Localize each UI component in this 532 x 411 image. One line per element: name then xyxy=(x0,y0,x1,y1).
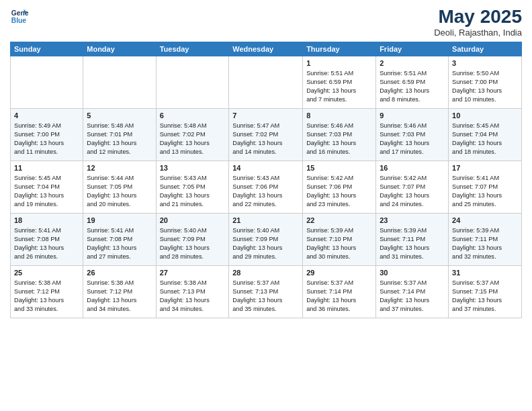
day-info: Daylight: 13 hours xyxy=(87,139,152,148)
day-info: and 33 minutes. xyxy=(14,305,79,314)
day-number: 25 xyxy=(14,268,79,278)
day-info: Sunrise: 5:43 AM xyxy=(160,174,226,183)
day-cell: 9Sunrise: 5:46 AMSunset: 7:03 PMDaylight… xyxy=(376,108,449,161)
day-info: and 12 minutes. xyxy=(87,148,152,156)
day-info: Daylight: 13 hours xyxy=(452,191,518,200)
day-info: Daylight: 13 hours xyxy=(87,296,152,305)
day-cell: 30Sunrise: 5:37 AMSunset: 7:14 PMDayligh… xyxy=(376,265,449,318)
day-info: Sunrise: 5:37 AM xyxy=(380,279,445,287)
day-info: Sunrise: 5:45 AM xyxy=(452,122,518,130)
day-cell: 23Sunrise: 5:39 AMSunset: 7:11 PMDayligh… xyxy=(376,213,449,265)
day-cell: 3Sunrise: 5:50 AMSunset: 7:00 PMDaylight… xyxy=(449,56,522,108)
day-info: Daylight: 13 hours xyxy=(14,244,79,253)
day-cell: 21Sunrise: 5:40 AMSunset: 7:09 PMDayligh… xyxy=(229,213,303,265)
day-info: Sunset: 7:12 PM xyxy=(87,287,152,296)
day-info: Sunset: 7:11 PM xyxy=(380,235,445,244)
day-info: Sunrise: 5:40 AM xyxy=(232,226,299,235)
day-number: 22 xyxy=(306,216,372,226)
day-info: Daylight: 13 hours xyxy=(306,296,372,305)
day-info: Sunset: 7:04 PM xyxy=(452,130,518,139)
day-info: and 23 minutes. xyxy=(306,200,372,209)
day-cell xyxy=(83,56,156,108)
col-sunday: Sunday xyxy=(11,42,83,56)
day-info: Sunrise: 5:37 AM xyxy=(306,279,372,287)
day-info: Sunrise: 5:49 AM xyxy=(14,122,79,130)
day-info: Daylight: 13 hours xyxy=(380,296,445,305)
day-info: Sunset: 7:06 PM xyxy=(306,183,372,191)
day-number: 7 xyxy=(232,111,299,121)
page: General Blue General Blue May 2025 Deoli… xyxy=(0,0,532,411)
day-info: Sunrise: 5:45 AM xyxy=(14,174,79,183)
day-info: Daylight: 13 hours xyxy=(232,191,299,200)
title-block: May 2025 Deoli, Rajasthan, India xyxy=(434,7,522,38)
day-info: Daylight: 13 hours xyxy=(14,191,79,200)
day-info: and 10 minutes. xyxy=(452,95,518,104)
location: Deoli, Rajasthan, India xyxy=(434,28,522,38)
day-info: Sunset: 7:10 PM xyxy=(306,235,372,244)
day-cell: 25Sunrise: 5:38 AMSunset: 7:12 PMDayligh… xyxy=(11,265,83,318)
day-info: Daylight: 13 hours xyxy=(380,191,445,200)
day-info: Sunset: 7:03 PM xyxy=(306,130,372,139)
day-info: Sunset: 7:07 PM xyxy=(452,183,518,191)
day-info: Daylight: 13 hours xyxy=(306,139,372,148)
day-info: Sunrise: 5:44 AM xyxy=(87,174,152,183)
day-info: and 22 minutes. xyxy=(232,200,299,209)
day-info: Daylight: 13 hours xyxy=(380,139,445,148)
day-info: Sunset: 7:07 PM xyxy=(380,183,445,191)
day-number: 15 xyxy=(306,163,372,173)
day-info: Sunset: 7:02 PM xyxy=(232,130,299,139)
day-info: and 14 minutes. xyxy=(232,148,299,156)
day-cell: 15Sunrise: 5:42 AMSunset: 7:06 PMDayligh… xyxy=(303,161,376,213)
day-cell: 24Sunrise: 5:39 AMSunset: 7:11 PMDayligh… xyxy=(449,213,522,265)
day-cell: 12Sunrise: 5:44 AMSunset: 7:05 PMDayligh… xyxy=(83,161,156,213)
day-info: Daylight: 13 hours xyxy=(452,87,518,95)
day-info: Sunset: 6:59 PM xyxy=(306,78,372,87)
month-year: May 2025 xyxy=(434,7,522,28)
logo: General Blue General Blue xyxy=(10,7,29,26)
day-cell xyxy=(229,56,303,108)
day-info: Sunset: 7:13 PM xyxy=(160,287,226,296)
day-number: 1 xyxy=(306,58,372,68)
day-info: and 34 minutes. xyxy=(160,305,226,314)
day-info: Sunrise: 5:48 AM xyxy=(160,122,226,130)
day-number: 8 xyxy=(306,111,372,121)
svg-text:Blue: Blue xyxy=(11,17,27,24)
day-info: and 27 minutes. xyxy=(87,253,152,261)
day-number: 11 xyxy=(14,163,79,173)
day-number: 4 xyxy=(14,111,79,121)
day-number: 3 xyxy=(452,58,518,68)
day-info: Sunset: 7:03 PM xyxy=(380,130,445,139)
day-number: 9 xyxy=(380,111,445,121)
day-info: Sunrise: 5:46 AM xyxy=(380,122,445,130)
day-cell: 31Sunrise: 5:37 AMSunset: 7:15 PMDayligh… xyxy=(449,265,522,318)
day-info: and 13 minutes. xyxy=(160,148,226,156)
day-info: Sunset: 7:15 PM xyxy=(452,287,518,296)
day-number: 31 xyxy=(452,268,518,278)
day-info: Sunrise: 5:40 AM xyxy=(160,226,226,235)
day-cell: 27Sunrise: 5:38 AMSunset: 7:13 PMDayligh… xyxy=(156,265,229,318)
day-number: 26 xyxy=(87,268,152,278)
day-info: Sunrise: 5:51 AM xyxy=(306,69,372,78)
day-info: Sunrise: 5:38 AM xyxy=(87,279,152,287)
day-info: Daylight: 13 hours xyxy=(306,244,372,253)
day-cell xyxy=(11,56,83,108)
day-cell: 18Sunrise: 5:41 AMSunset: 7:08 PMDayligh… xyxy=(11,213,83,265)
day-info: and 26 minutes. xyxy=(14,253,79,261)
day-cell: 14Sunrise: 5:43 AMSunset: 7:06 PMDayligh… xyxy=(229,161,303,213)
day-info: Sunrise: 5:39 AM xyxy=(380,226,445,235)
day-info: Daylight: 13 hours xyxy=(232,139,299,148)
day-info: and 34 minutes. xyxy=(87,305,152,314)
day-number: 29 xyxy=(306,268,372,278)
day-info: Sunset: 7:06 PM xyxy=(232,183,299,191)
day-info: Sunrise: 5:50 AM xyxy=(452,69,518,78)
day-info: Sunset: 7:13 PM xyxy=(232,287,299,296)
day-info: Daylight: 13 hours xyxy=(160,244,226,253)
week-row-5: 25Sunrise: 5:38 AMSunset: 7:12 PMDayligh… xyxy=(11,265,522,318)
day-info: Sunrise: 5:48 AM xyxy=(87,122,152,130)
day-info: and 31 minutes. xyxy=(380,253,445,261)
day-cell: 19Sunrise: 5:41 AMSunset: 7:08 PMDayligh… xyxy=(83,213,156,265)
day-cell: 22Sunrise: 5:39 AMSunset: 7:10 PMDayligh… xyxy=(303,213,376,265)
day-info: and 30 minutes. xyxy=(306,253,372,261)
day-info: Sunset: 7:09 PM xyxy=(160,235,226,244)
day-number: 14 xyxy=(232,163,299,173)
